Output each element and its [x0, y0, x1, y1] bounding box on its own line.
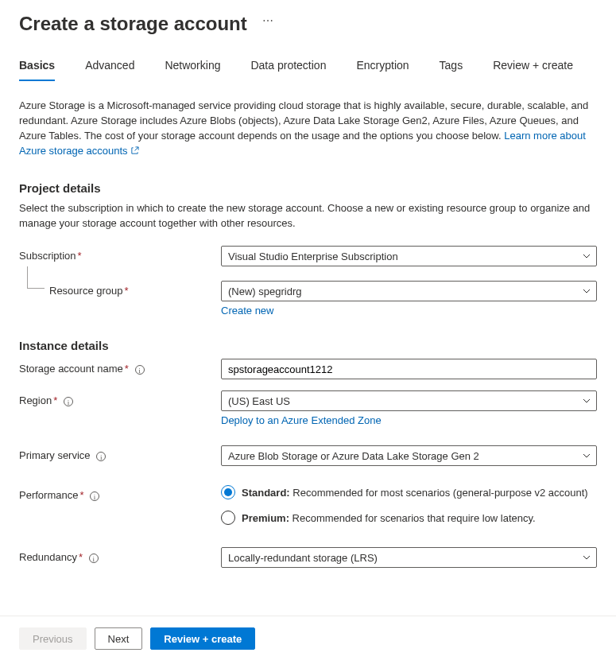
performance-standard-label: Standard: Recommended for most scenarios… [242, 487, 588, 499]
wizard-footer: Previous Next Review + create [0, 616, 616, 661]
radio-unselected-icon [221, 511, 235, 525]
storage-name-label: Storage account name* i [19, 359, 221, 375]
page-title: Create a storage account [19, 13, 247, 35]
next-button[interactable]: Next [95, 627, 143, 650]
redundancy-value: Locally-redundant storage (LRS) [228, 552, 378, 564]
tab-networking[interactable]: Networking [165, 59, 220, 81]
tab-basics[interactable]: Basics [19, 59, 55, 81]
intro-paragraph: Azure Storage is a Microsoft-managed ser… [19, 99, 597, 159]
tab-advanced[interactable]: Advanced [85, 59, 134, 81]
tab-data-protection[interactable]: Data protection [250, 59, 326, 81]
tab-encryption[interactable]: Encryption [356, 59, 409, 81]
redundancy-label: Redundancy* i [19, 547, 221, 563]
tree-connector-icon [27, 266, 45, 289]
performance-premium-option[interactable]: Premium: Recommended for scenarios that … [221, 511, 597, 525]
info-icon[interactable]: i [96, 452, 106, 461]
resource-group-select[interactable]: (New) spegridrg [221, 281, 597, 301]
primary-service-label: Primary service i [19, 445, 221, 461]
subscription-label: Subscription* [19, 246, 221, 262]
tabs-bar: Basics Advanced Networking Data protecti… [19, 59, 597, 81]
tab-review-create[interactable]: Review + create [493, 59, 573, 81]
radio-selected-icon [221, 485, 235, 499]
region-select[interactable]: (US) East US [221, 390, 597, 411]
performance-premium-label: Premium: Recommended for scenarios that … [242, 512, 536, 524]
review-create-button[interactable]: Review + create [150, 627, 255, 650]
info-icon[interactable]: i [89, 554, 99, 563]
performance-standard-option[interactable]: Standard: Recommended for most scenarios… [221, 485, 597, 499]
redundancy-select[interactable]: Locally-redundant storage (LRS) [221, 547, 597, 568]
project-details-heading: Project details [19, 181, 597, 195]
external-link-icon [130, 145, 139, 160]
intro-text: Azure Storage is a Microsoft-managed ser… [19, 99, 588, 142]
project-details-desc: Select the subscription in which to crea… [19, 201, 597, 231]
primary-service-select[interactable]: Azure Blob Storage or Azure Data Lake St… [221, 445, 597, 466]
tab-tags[interactable]: Tags [440, 59, 463, 81]
primary-service-value: Azure Blob Storage or Azure Data Lake St… [228, 450, 479, 462]
info-icon[interactable]: i [64, 397, 73, 406]
info-icon[interactable]: i [135, 365, 145, 375]
region-value: (US) East US [228, 395, 290, 407]
performance-label: Performance* i [19, 485, 221, 501]
instance-details-heading: Instance details [19, 339, 597, 352]
resource-group-label: Resource group* [19, 281, 221, 297]
subscription-value: Visual Studio Enterprise Subscription [228, 251, 398, 262]
deploy-extended-zone-link[interactable]: Deploy to an Azure Extended Zone [221, 414, 382, 426]
subscription-select[interactable]: Visual Studio Enterprise Subscription [221, 246, 597, 266]
info-icon[interactable]: i [90, 491, 99, 501]
resource-group-value: (New) spegridrg [228, 286, 301, 297]
previous-button: Previous [19, 627, 87, 650]
more-actions-button[interactable]: ⋯ [262, 14, 275, 27]
create-new-rg-link[interactable]: Create new [221, 305, 273, 317]
region-label: Region* i [19, 390, 221, 406]
storage-name-input[interactable] [221, 359, 597, 379]
